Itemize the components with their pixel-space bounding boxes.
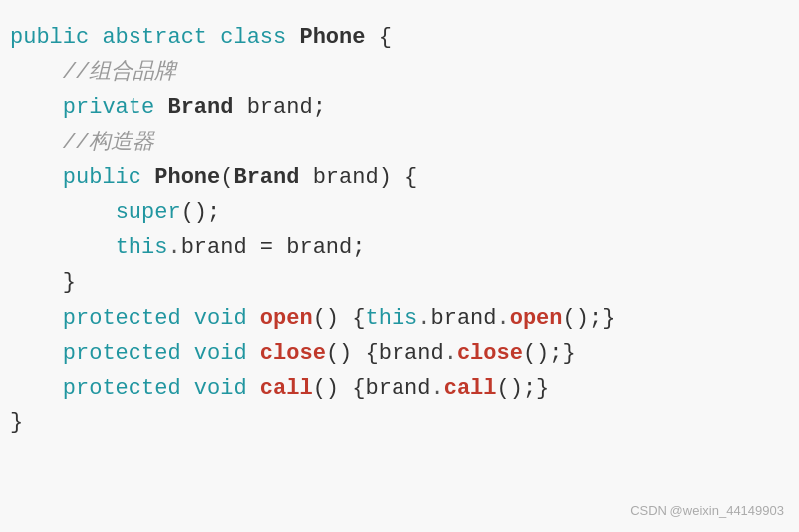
code-line: } [10, 405, 779, 440]
code-token: . [497, 301, 510, 336]
code-line: public abstract class Phone { [10, 20, 779, 55]
code-token: } [10, 265, 76, 300]
code-token: brand [379, 336, 444, 371]
code-line: //组合品牌 [10, 55, 779, 90]
code-token [10, 371, 63, 405]
code-token: brand [431, 301, 497, 336]
code-token: Brand [167, 90, 233, 125]
code-line: protected void call() {brand.call();} [10, 371, 779, 405]
code-token: ();} [523, 336, 576, 371]
code-line: private Brand brand; [10, 90, 779, 125]
code-token [10, 126, 63, 160]
code-line: public Phone(Brand brand) { [10, 160, 779, 195]
code-token [10, 90, 63, 125]
code-token: . [444, 336, 457, 371]
code-token: protected void [63, 301, 260, 336]
code-token: ( [220, 160, 233, 195]
watermark: CSDN @weixin_44149903 [630, 501, 784, 522]
code-line: //构造器 [10, 126, 779, 160]
code-token: brand; [233, 90, 325, 125]
code-token [10, 55, 63, 90]
code-token: call [444, 371, 497, 405]
code-token [10, 230, 116, 265]
code-token: brand [365, 371, 430, 405]
code-token [10, 301, 63, 336]
code-token [10, 160, 63, 195]
code-token: private [63, 90, 168, 125]
code-line: protected void open() {this.brand.open()… [10, 301, 779, 336]
code-token: call [260, 371, 313, 405]
code-line: super(); [10, 195, 779, 230]
code-token: () { [326, 336, 379, 371]
code-token: . [417, 301, 430, 336]
code-token: (); [181, 195, 221, 230]
code-token: this [116, 230, 168, 265]
code-token: . [431, 371, 444, 405]
code-token: brand) { [299, 160, 417, 195]
code-token: ();} [563, 301, 616, 336]
code-token: protected void [63, 371, 260, 405]
code-token: //组合品牌 [63, 55, 176, 90]
code-token: public [63, 160, 154, 195]
code-token: close [457, 336, 523, 371]
code-token: open [260, 301, 313, 336]
code-token: . [167, 230, 180, 265]
code-token: { [365, 20, 391, 55]
code-line: this.brand = brand; [10, 230, 779, 265]
code-block: public abstract class Phone { //组合品牌 pri… [0, 0, 799, 532]
code-token: close [260, 336, 326, 371]
code-token: super [116, 195, 181, 230]
code-token: } [10, 405, 23, 440]
code-token: //构造器 [63, 126, 154, 160]
code-token: ();} [497, 371, 550, 405]
code-token: Phone [299, 20, 365, 55]
code-token: protected void [63, 336, 260, 371]
code-token: brand = brand; [181, 230, 366, 265]
code-line: } [10, 265, 779, 300]
code-token: public abstract class [10, 20, 299, 55]
code-token [10, 195, 116, 230]
code-token: open [510, 301, 563, 336]
code-token: Phone [154, 160, 220, 195]
code-token: Brand [233, 160, 299, 195]
code-token: this [365, 301, 417, 336]
code-token: () { [313, 301, 366, 336]
code-token: () { [313, 371, 366, 405]
code-token [10, 336, 63, 371]
code-line: protected void close() {brand.close();} [10, 336, 779, 371]
